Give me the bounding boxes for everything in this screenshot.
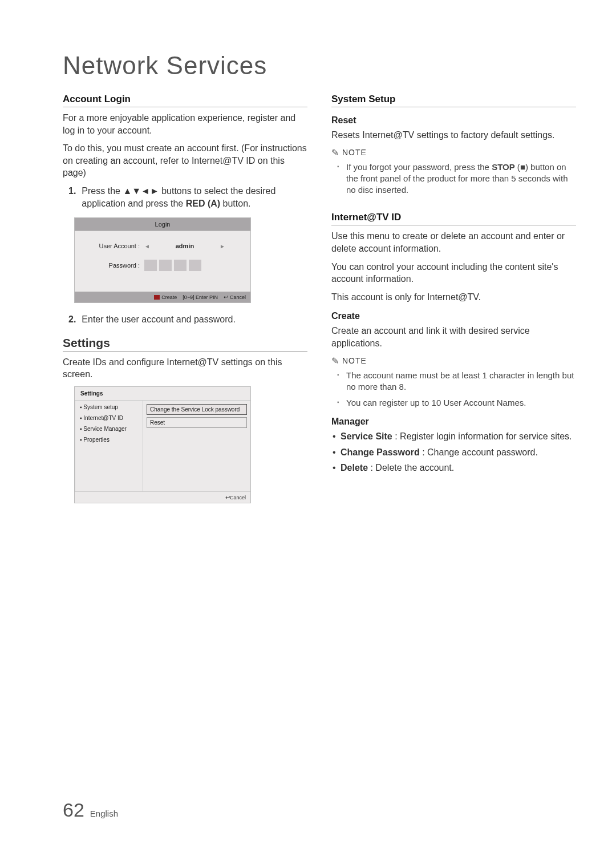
heading-manager: Manager <box>331 417 576 427</box>
red-a-icon <box>154 295 160 300</box>
note-list: The account name must be at least 1 char… <box>331 370 576 409</box>
paragraph: To do this, you must create an account f… <box>63 142 307 179</box>
paragraph: For a more enjoyable application experie… <box>63 112 307 136</box>
paragraph: Create an account and link it with desir… <box>331 325 576 349</box>
two-column-layout: Account Login For a more enjoyable appli… <box>63 94 576 509</box>
option-change-lock-password: Change the Service Lock password <box>147 404 247 415</box>
heading-internet-tv-id: Internet@TV ID <box>331 212 576 225</box>
step-list: 2. Enter the user account and password. <box>63 313 307 326</box>
settings-sidebar: ▪ System setup ▪ Internet@TV ID ▪ Servic… <box>75 401 143 491</box>
text: : Change account password. <box>420 447 538 457</box>
label: Change Password <box>341 447 420 457</box>
option-reset: Reset <box>147 417 247 428</box>
password-row: Password : <box>82 260 244 271</box>
paragraph: You can control your account including t… <box>331 261 576 285</box>
arrow-buttons-glyph: ▲▼◄► <box>123 186 159 196</box>
step-text: Press the ▲▼◄► buttons to select the des… <box>82 185 307 209</box>
step-number: 1. <box>68 185 76 209</box>
text: : Register login information for service… <box>392 431 572 441</box>
heading-account-login: Account Login <box>63 94 307 107</box>
manager-list: Service Site : Register login informatio… <box>331 430 576 474</box>
note-icon: ✎ <box>331 356 339 366</box>
login-title: Login <box>75 218 250 231</box>
password-box <box>174 260 187 271</box>
chevron-right-icon: ► <box>220 243 225 249</box>
password-box <box>144 260 157 271</box>
user-account-selector: ◄ admin ► <box>144 243 225 249</box>
document-page: Network Services Account Login For a mor… <box>0 0 616 532</box>
text: If you forgot your password, press the <box>346 162 492 172</box>
sidebar-item-system-setup: ▪ System setup <box>80 404 138 410</box>
sidebar-item-internet-tv-id: ▪ Internet@TV ID <box>80 415 138 421</box>
heading-create: Create <box>331 311 576 321</box>
page-number: 62 <box>63 799 84 821</box>
note-header: ✎ NOTE <box>331 147 576 158</box>
heading-system-setup: System Setup <box>331 94 576 107</box>
login-footer: Create [0~9] Enter PIN ↩Cancel <box>75 292 250 302</box>
user-account-label: User Account : <box>82 243 144 249</box>
note-item: You can register up to 10 User Account N… <box>346 397 576 409</box>
settings-main: Change the Service Lock password Reset <box>143 401 250 491</box>
step-2: 2. Enter the user account and password. <box>63 313 307 326</box>
sidebar-item-properties: ▪ Properties <box>80 437 138 443</box>
stop-label: STOP <box>492 162 515 172</box>
text: Press the <box>82 186 123 196</box>
settings-footer: ↩ Cancel <box>75 491 250 503</box>
login-dialog-screenshot: Login User Account : ◄ admin ► Password … <box>74 217 251 303</box>
footer-cancel: ↩Cancel <box>224 294 246 300</box>
text: : Delete the account. <box>368 463 454 473</box>
return-icon: ↩ <box>225 494 230 500</box>
footer-create-label: Create <box>161 294 177 300</box>
password-boxes <box>144 260 201 271</box>
heading-reset: Reset <box>331 115 576 126</box>
note-label: NOTE <box>342 356 367 365</box>
user-account-row: User Account : ◄ admin ► <box>82 243 244 249</box>
manager-delete: Delete : Delete the account. <box>333 462 576 474</box>
password-box <box>189 260 201 271</box>
step-number: 2. <box>68 313 76 326</box>
paragraph: Create IDs and configure Internet@TV set… <box>63 356 307 381</box>
footer-enter-pin: [0~9] Enter PIN <box>183 294 218 300</box>
note-label: NOTE <box>342 148 367 157</box>
chapter-title: Network Services <box>63 51 576 80</box>
heading-settings: Settings <box>63 336 307 352</box>
paragraph: Resets Internet@TV settings to factory d… <box>331 129 576 142</box>
stop-icon: ■ <box>520 162 525 172</box>
paragraph: Use this menu to create or delete an acc… <box>331 230 576 255</box>
label: Service Site <box>341 431 392 441</box>
settings-title: Settings <box>75 387 250 400</box>
note-list: If you forgot your password, press the S… <box>331 161 576 196</box>
page-language: English <box>90 809 118 818</box>
text: button. <box>220 199 250 208</box>
paragraph: This account is only for Internet@TV. <box>331 291 576 304</box>
settings-screenshot: Settings ▪ System setup ▪ Internet@TV ID… <box>74 386 251 503</box>
note-item: The account name must be at least 1 char… <box>346 370 576 393</box>
text: ( <box>515 162 520 172</box>
return-icon: ↩ <box>224 294 228 300</box>
step-list: 1. Press the ▲▼◄► buttons to select the … <box>63 185 307 209</box>
manager-change-password: Change Password : Change account passwor… <box>333 446 576 459</box>
footer-create: Create <box>154 294 177 300</box>
chevron-left-icon: ◄ <box>144 243 150 249</box>
note-icon: ✎ <box>331 147 339 158</box>
right-column: System Setup Reset Resets Internet@TV se… <box>331 94 576 509</box>
sidebar-item-service-manager: ▪ Service Manager <box>80 426 138 432</box>
page-footer: 62 English <box>63 799 118 821</box>
settings-footer-cancel: Cancel <box>230 495 246 500</box>
red-a-label: RED (A) <box>186 199 220 208</box>
login-body: User Account : ◄ admin ► Password : <box>75 231 250 292</box>
password-label: Password : <box>82 262 144 269</box>
manager-service-site: Service Site : Register login informatio… <box>333 430 576 443</box>
step-1: 1. Press the ▲▼◄► buttons to select the … <box>63 185 307 209</box>
step-text: Enter the user account and password. <box>82 313 307 326</box>
label: Delete <box>341 463 368 473</box>
left-column: Account Login For a more enjoyable appli… <box>63 94 307 509</box>
user-account-value: admin <box>153 243 216 249</box>
password-box <box>159 260 172 271</box>
settings-panes: ▪ System setup ▪ Internet@TV ID ▪ Servic… <box>75 400 250 491</box>
note-header: ✎ NOTE <box>331 356 576 366</box>
note-item: If you forgot your password, press the S… <box>346 161 576 196</box>
